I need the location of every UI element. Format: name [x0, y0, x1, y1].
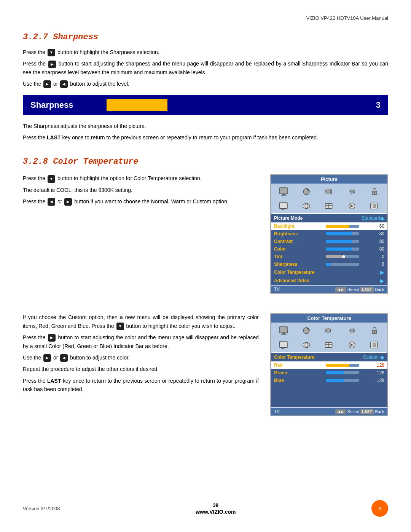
- red-label: Red: [274, 363, 323, 368]
- ct-menu-ct-value: Custom: [356, 355, 379, 360]
- ct-sub-icon-3: [322, 339, 336, 351]
- ct-sub-icon-2: [299, 339, 313, 351]
- svg-rect-7: [325, 190, 327, 193]
- tint-bar-container: [326, 255, 359, 258]
- section-328b-para3: Use the or button to adjust the color.: [23, 353, 259, 362]
- manual-title: VIZIO VP422 HDTV10A User Manual: [306, 15, 388, 21]
- backlight-value: 60: [362, 224, 384, 229]
- section-327-para4: The Sharpness adjusts the sharpness of t…: [23, 122, 388, 130]
- right-button-icon: [48, 61, 56, 68]
- right-icon-custom: [48, 334, 56, 342]
- section-327-title: 3.2.7 Sharpness: [23, 32, 388, 42]
- tint-bar-track: [326, 255, 359, 258]
- tint-bar-fill: [326, 255, 342, 258]
- advanced-video-label: Advanced Video: [274, 278, 323, 283]
- section-328-title: 3.2.8 Color Temperature: [23, 157, 388, 166]
- left-icon-custom: [60, 354, 68, 362]
- sub-icon-1: [277, 200, 291, 212]
- page-header: VIZIO VP422 HDTV10A User Manual: [23, 15, 388, 21]
- left-button-icon: [60, 80, 68, 88]
- tint-row: Tint 0: [271, 253, 387, 260]
- sharpness-bar-fill-menu: [326, 263, 331, 266]
- svg-point-11: [374, 192, 375, 193]
- tint-value: 0: [362, 254, 384, 259]
- backlight-bar-track: [326, 225, 359, 228]
- ct-footer-tv-label: TV: [274, 409, 335, 414]
- section-328b-para5: Press the LAST key once to return to the…: [23, 377, 259, 394]
- svg-point-34: [374, 331, 375, 332]
- section-328b: If you choose the Custom option, then a …: [23, 313, 388, 416]
- picture-menu-header: Picture: [271, 175, 387, 184]
- svg-point-31: [350, 329, 354, 332]
- section-328-para2: The default is COOL; this is the 9300K s…: [23, 186, 259, 194]
- ct-select-kbd-icon: ◄►: [335, 409, 346, 414]
- svg-rect-0: [279, 188, 288, 194]
- contrast-bar-fill: [326, 240, 352, 243]
- sharpness-bar-track-menu: [326, 263, 359, 266]
- ct-satellite-icon: [299, 325, 313, 336]
- green-bar-track: [326, 371, 359, 374]
- speaker-icon: [322, 186, 336, 197]
- color-temp-arrow: ▶: [380, 269, 384, 275]
- footer-tv-label: TV: [274, 287, 335, 292]
- green-row: Green 128: [271, 369, 387, 377]
- color-bar-track: [326, 248, 359, 251]
- brightness-bar-track: [326, 232, 359, 235]
- color-label: Color: [274, 246, 323, 252]
- ct-speaker-icon: [322, 325, 336, 336]
- footer-center: 39 www.VIZIO.com: [196, 502, 236, 515]
- ct-select-label: Select: [347, 409, 359, 414]
- backlight-label: Backlight: [274, 224, 323, 229]
- green-bar-container: [326, 371, 359, 374]
- select-label: Select: [347, 287, 359, 292]
- settings-icon: [345, 186, 359, 197]
- ct-menu-icons-row2: [271, 339, 387, 352]
- ct-menu-spacer: [271, 384, 387, 407]
- ct-sub-icon-4: [345, 339, 359, 351]
- sharpness-indicator-bar: Sharpness 3: [23, 95, 388, 115]
- satellite-icon: [299, 186, 313, 197]
- sharpness-label-menu: Sharpness: [274, 262, 323, 267]
- ct-settings-icon: [345, 325, 359, 336]
- ct-menu-footer: TV ◄► Select LAST Back: [271, 408, 387, 415]
- ct-menu-ct-label: Color Temperature: [274, 355, 323, 360]
- green-bar-fill: [326, 371, 344, 374]
- sub-icon-4: [345, 200, 359, 212]
- advanced-video-row: Advanced Video ▶: [271, 276, 387, 285]
- section-327-para3: Use the or button to adjust the level.: [23, 80, 388, 88]
- lock-icon: [368, 186, 381, 197]
- ct-header-row: Color Temperature Custom ◆: [271, 353, 387, 361]
- svg-rect-25: [281, 334, 287, 335]
- svg-point-26: [303, 328, 309, 334]
- footer-website: www.VIZIO.com: [196, 509, 236, 515]
- svg-rect-23: [279, 327, 288, 333]
- sub-icon-5: [368, 200, 381, 212]
- svg-rect-2: [281, 195, 287, 196]
- color-temp-row: Color Temperature ▶: [271, 268, 387, 276]
- last-kbd-icon: LAST: [360, 287, 373, 292]
- section-328-para1: Press the button to highlight the option…: [23, 174, 259, 182]
- menu-icons-row2: [271, 200, 387, 213]
- down-button-icon: [48, 49, 55, 56]
- vizio-logo: V: [371, 500, 388, 517]
- footer-page-number: 39: [213, 502, 218, 508]
- svg-point-22: [373, 204, 376, 208]
- sub-icon-3: [322, 200, 336, 212]
- red-bar-track: [326, 364, 359, 367]
- sharpness-value-menu: 6: [362, 262, 384, 267]
- picture-mode-row: Picture Mode Standard ◆: [271, 214, 387, 222]
- svg-rect-24: [282, 333, 285, 334]
- backlight-bar-container: [326, 225, 359, 228]
- right-icon-ct: [64, 198, 72, 206]
- contrast-bar-container: [326, 240, 359, 243]
- color-temp-label: Color Temperature: [274, 270, 323, 275]
- footer-version: Version 3/7/2008: [23, 506, 60, 511]
- ct-menu-ct-arrow: ◆: [380, 354, 384, 360]
- section-328b-para4: Repeat the procedure to adjust the other…: [23, 365, 259, 373]
- section-328-layout: Press the button to highlight the option…: [23, 174, 388, 294]
- select-kbd-icon: ◄►: [335, 287, 346, 292]
- section-328: 3.2.8 Color Temperature Press the button…: [23, 157, 388, 294]
- svg-point-5: [307, 190, 309, 191]
- ct-back-label: Back: [375, 409, 384, 414]
- sharpness-bar-fill: [107, 99, 167, 111]
